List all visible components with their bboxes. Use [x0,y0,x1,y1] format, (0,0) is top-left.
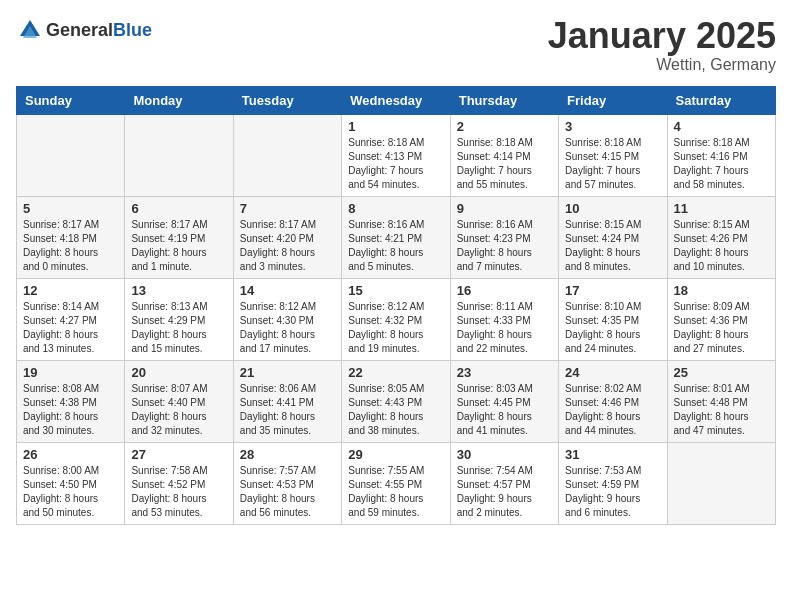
calendar-day: 17Sunrise: 8:10 AM Sunset: 4:35 PM Dayli… [559,278,667,360]
calendar-day: 6Sunrise: 8:17 AM Sunset: 4:19 PM Daylig… [125,196,233,278]
day-number: 7 [240,201,335,216]
day-info: Sunrise: 8:09 AM Sunset: 4:36 PM Dayligh… [674,300,769,356]
day-info: Sunrise: 8:14 AM Sunset: 4:27 PM Dayligh… [23,300,118,356]
day-info: Sunrise: 8:12 AM Sunset: 4:30 PM Dayligh… [240,300,335,356]
day-number: 1 [348,119,443,134]
day-info: Sunrise: 8:18 AM Sunset: 4:14 PM Dayligh… [457,136,552,192]
calendar-week-row: 5Sunrise: 8:17 AM Sunset: 4:18 PM Daylig… [17,196,776,278]
day-info: Sunrise: 8:17 AM Sunset: 4:18 PM Dayligh… [23,218,118,274]
calendar-day: 7Sunrise: 8:17 AM Sunset: 4:20 PM Daylig… [233,196,341,278]
calendar-day: 29Sunrise: 7:55 AM Sunset: 4:55 PM Dayli… [342,442,450,524]
day-number: 3 [565,119,660,134]
day-info: Sunrise: 7:58 AM Sunset: 4:52 PM Dayligh… [131,464,226,520]
calendar-day: 15Sunrise: 8:12 AM Sunset: 4:32 PM Dayli… [342,278,450,360]
calendar-table: SundayMondayTuesdayWednesdayThursdayFrid… [16,86,776,525]
logo-blue: Blue [113,20,152,40]
calendar-day: 11Sunrise: 8:15 AM Sunset: 4:26 PM Dayli… [667,196,775,278]
day-info: Sunrise: 8:17 AM Sunset: 4:20 PM Dayligh… [240,218,335,274]
day-number: 6 [131,201,226,216]
day-number: 21 [240,365,335,380]
day-number: 17 [565,283,660,298]
day-number: 23 [457,365,552,380]
day-info: Sunrise: 8:00 AM Sunset: 4:50 PM Dayligh… [23,464,118,520]
day-number: 15 [348,283,443,298]
weekday-header: Monday [125,86,233,114]
calendar-day: 5Sunrise: 8:17 AM Sunset: 4:18 PM Daylig… [17,196,125,278]
calendar-day: 23Sunrise: 8:03 AM Sunset: 4:45 PM Dayli… [450,360,558,442]
day-number: 12 [23,283,118,298]
day-number: 13 [131,283,226,298]
day-info: Sunrise: 8:15 AM Sunset: 4:26 PM Dayligh… [674,218,769,274]
day-info: Sunrise: 8:11 AM Sunset: 4:33 PM Dayligh… [457,300,552,356]
day-info: Sunrise: 8:06 AM Sunset: 4:41 PM Dayligh… [240,382,335,438]
page-header: GeneralBlue January 2025 Wettin, Germany [16,16,776,74]
calendar-week-row: 19Sunrise: 8:08 AM Sunset: 4:38 PM Dayli… [17,360,776,442]
day-info: Sunrise: 8:02 AM Sunset: 4:46 PM Dayligh… [565,382,660,438]
day-info: Sunrise: 7:53 AM Sunset: 4:59 PM Dayligh… [565,464,660,520]
weekday-header-row: SundayMondayTuesdayWednesdayThursdayFrid… [17,86,776,114]
calendar-week-row: 12Sunrise: 8:14 AM Sunset: 4:27 PM Dayli… [17,278,776,360]
day-number: 24 [565,365,660,380]
day-number: 10 [565,201,660,216]
calendar-day: 20Sunrise: 8:07 AM Sunset: 4:40 PM Dayli… [125,360,233,442]
calendar-day: 14Sunrise: 8:12 AM Sunset: 4:30 PM Dayli… [233,278,341,360]
calendar-day [233,114,341,196]
calendar-day: 27Sunrise: 7:58 AM Sunset: 4:52 PM Dayli… [125,442,233,524]
day-info: Sunrise: 8:05 AM Sunset: 4:43 PM Dayligh… [348,382,443,438]
day-number: 18 [674,283,769,298]
location-title: Wettin, Germany [548,56,776,74]
day-number: 28 [240,447,335,462]
calendar-day: 28Sunrise: 7:57 AM Sunset: 4:53 PM Dayli… [233,442,341,524]
weekday-header: Wednesday [342,86,450,114]
weekday-header: Friday [559,86,667,114]
day-info: Sunrise: 8:18 AM Sunset: 4:13 PM Dayligh… [348,136,443,192]
calendar-day [17,114,125,196]
day-number: 20 [131,365,226,380]
day-number: 8 [348,201,443,216]
day-number: 16 [457,283,552,298]
day-number: 19 [23,365,118,380]
day-number: 29 [348,447,443,462]
day-info: Sunrise: 8:18 AM Sunset: 4:15 PM Dayligh… [565,136,660,192]
weekday-header: Sunday [17,86,125,114]
day-number: 25 [674,365,769,380]
calendar-day: 31Sunrise: 7:53 AM Sunset: 4:59 PM Dayli… [559,442,667,524]
calendar-week-row: 1Sunrise: 8:18 AM Sunset: 4:13 PM Daylig… [17,114,776,196]
day-number: 30 [457,447,552,462]
month-title: January 2025 [548,16,776,56]
calendar-day: 13Sunrise: 8:13 AM Sunset: 4:29 PM Dayli… [125,278,233,360]
calendar-day: 4Sunrise: 8:18 AM Sunset: 4:16 PM Daylig… [667,114,775,196]
day-info: Sunrise: 8:07 AM Sunset: 4:40 PM Dayligh… [131,382,226,438]
day-info: Sunrise: 7:57 AM Sunset: 4:53 PM Dayligh… [240,464,335,520]
title-block: January 2025 Wettin, Germany [548,16,776,74]
day-info: Sunrise: 8:12 AM Sunset: 4:32 PM Dayligh… [348,300,443,356]
calendar-week-row: 26Sunrise: 8:00 AM Sunset: 4:50 PM Dayli… [17,442,776,524]
logo: GeneralBlue [16,16,152,44]
calendar-day: 18Sunrise: 8:09 AM Sunset: 4:36 PM Dayli… [667,278,775,360]
day-info: Sunrise: 7:55 AM Sunset: 4:55 PM Dayligh… [348,464,443,520]
calendar-day: 30Sunrise: 7:54 AM Sunset: 4:57 PM Dayli… [450,442,558,524]
day-info: Sunrise: 8:16 AM Sunset: 4:23 PM Dayligh… [457,218,552,274]
day-info: Sunrise: 8:18 AM Sunset: 4:16 PM Dayligh… [674,136,769,192]
calendar-day: 22Sunrise: 8:05 AM Sunset: 4:43 PM Dayli… [342,360,450,442]
calendar-day: 3Sunrise: 8:18 AM Sunset: 4:15 PM Daylig… [559,114,667,196]
day-number: 4 [674,119,769,134]
calendar-day: 10Sunrise: 8:15 AM Sunset: 4:24 PM Dayli… [559,196,667,278]
day-number: 26 [23,447,118,462]
day-number: 22 [348,365,443,380]
calendar-day: 26Sunrise: 8:00 AM Sunset: 4:50 PM Dayli… [17,442,125,524]
day-number: 14 [240,283,335,298]
calendar-day: 24Sunrise: 8:02 AM Sunset: 4:46 PM Dayli… [559,360,667,442]
calendar-day: 16Sunrise: 8:11 AM Sunset: 4:33 PM Dayli… [450,278,558,360]
calendar-day: 1Sunrise: 8:18 AM Sunset: 4:13 PM Daylig… [342,114,450,196]
calendar-day: 19Sunrise: 8:08 AM Sunset: 4:38 PM Dayli… [17,360,125,442]
day-number: 9 [457,201,552,216]
calendar-day: 9Sunrise: 8:16 AM Sunset: 4:23 PM Daylig… [450,196,558,278]
logo-icon [16,16,44,44]
logo-general: General [46,20,113,40]
calendar-day: 21Sunrise: 8:06 AM Sunset: 4:41 PM Dayli… [233,360,341,442]
calendar-day: 25Sunrise: 8:01 AM Sunset: 4:48 PM Dayli… [667,360,775,442]
day-info: Sunrise: 8:03 AM Sunset: 4:45 PM Dayligh… [457,382,552,438]
day-info: Sunrise: 8:13 AM Sunset: 4:29 PM Dayligh… [131,300,226,356]
day-number: 31 [565,447,660,462]
